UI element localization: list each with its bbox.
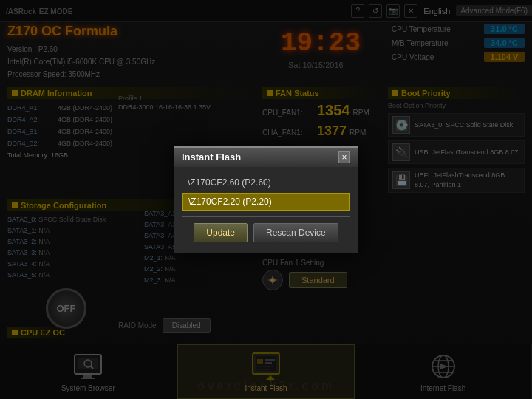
flash-file-1[interactable]: \Z170CF2.20 (P2.20) [182, 193, 350, 211]
modal-body: \Z170CF2.60 (P2.60) \Z170CF2.20 (P2.20) … [174, 167, 358, 253]
modal-close-button[interactable]: × [338, 151, 350, 163]
modal-overlay: Instant Flash × \Z170CF2.60 (P2.60) \Z17… [0, 0, 532, 399]
update-button[interactable]: Update [194, 223, 248, 242]
modal-divider [182, 216, 350, 217]
rescan-button[interactable]: Rescan Device [253, 223, 338, 242]
modal-title: Instant Flash [182, 151, 241, 163]
modal-buttons: Update Rescan Device [182, 223, 350, 245]
instant-flash-modal: Instant Flash × \Z170CF2.60 (P2.60) \Z17… [174, 146, 358, 253]
modal-titlebar: Instant Flash × [174, 148, 358, 167]
flash-file-0[interactable]: \Z170CF2.60 (P2.60) [182, 174, 350, 191]
